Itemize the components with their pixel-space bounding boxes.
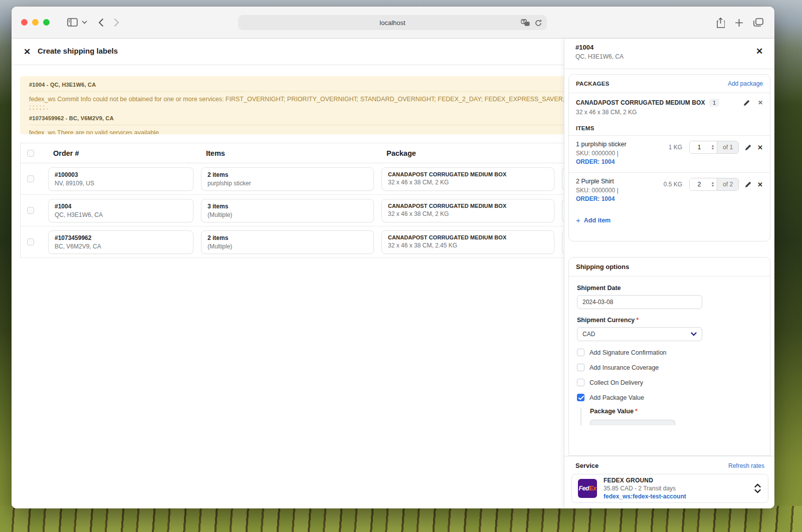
items-count: 3 items bbox=[208, 203, 367, 210]
order-destination: QC, H3E1W6, CA bbox=[55, 211, 187, 218]
sidebar-toggle-icon[interactable] bbox=[67, 18, 78, 27]
back-button[interactable] bbox=[98, 18, 104, 27]
add-item-link[interactable]: + Add item bbox=[569, 210, 618, 224]
service-panel: Service Refresh rates FedEx FEDEX GROUND… bbox=[564, 456, 774, 508]
items-count: 2 items bbox=[208, 171, 367, 178]
close-window-button[interactable] bbox=[21, 19, 28, 26]
reload-icon[interactable] bbox=[535, 19, 542, 27]
items-detail: (Multiple) bbox=[208, 243, 367, 250]
package-cell[interactable]: CANADAPOST CORRUGATED MEDIUM BOX 32 x 46… bbox=[381, 167, 554, 191]
table-row: #1073459962 BC, V6M2V9, CA 2 items (Mult… bbox=[21, 226, 576, 258]
close-icon[interactable]: ✕ bbox=[753, 45, 765, 57]
item-sku-separator: | bbox=[617, 187, 618, 194]
remove-item-icon[interactable]: ✕ bbox=[757, 144, 763, 151]
table-row: #1004 QC, H3E1W6, CA 3 items (Multiple) … bbox=[21, 195, 576, 226]
item-order-link[interactable]: ORDER: 1004 bbox=[576, 158, 615, 165]
column-header-items: Items bbox=[201, 149, 374, 157]
currency-select[interactable]: CAD bbox=[577, 327, 702, 341]
edit-package-icon[interactable] bbox=[743, 100, 750, 106]
divider bbox=[29, 91, 567, 92]
package-cell[interactable]: CANADAPOST CORRUGATED MEDIUM BOX 32 x 46… bbox=[381, 199, 554, 222]
tab-overview-icon[interactable] bbox=[753, 18, 763, 27]
signature-confirmation-row[interactable]: Add Signature Confirmation bbox=[577, 349, 762, 356]
quantity-stepper[interactable]: ▲▼ bbox=[709, 178, 717, 190]
add-package-value-checkbox[interactable] bbox=[577, 394, 584, 401]
package-value-section: Package Value* bbox=[580, 408, 762, 425]
collect-on-delivery-row[interactable]: Collect On Delivery bbox=[577, 379, 762, 386]
shipment-date-input[interactable] bbox=[577, 295, 702, 309]
package-row: CANADAPOST CORRUGATED MEDIUM BOX 1 ✕ 32 … bbox=[569, 93, 770, 120]
chevron-down-icon[interactable] bbox=[82, 21, 87, 24]
insurance-coverage-row[interactable]: Add Insurance Coverage bbox=[577, 364, 762, 371]
items-cell[interactable]: 3 items (Multiple) bbox=[201, 199, 374, 222]
close-icon[interactable]: ✕ bbox=[21, 46, 33, 58]
column-header-package: Package bbox=[381, 149, 554, 157]
checkbox-label: Add Insurance Coverage bbox=[589, 364, 659, 371]
new-tab-icon[interactable] bbox=[735, 19, 743, 27]
collect-on-delivery-checkbox[interactable] bbox=[577, 379, 584, 386]
share-icon[interactable] bbox=[716, 18, 725, 28]
required-asterisk: * bbox=[636, 317, 639, 324]
remove-item-icon[interactable]: ✕ bbox=[757, 181, 763, 188]
packages-panel: PACKAGES Add package CANADAPOST CORRUGAT… bbox=[568, 74, 770, 241]
add-package-link[interactable]: Add package bbox=[728, 80, 763, 87]
shipment-currency-label: Shipment Currency bbox=[577, 317, 635, 324]
items-count: 2 items bbox=[208, 234, 367, 241]
items-cell[interactable]: 2 items purplship sticker bbox=[201, 167, 374, 191]
package-name: CANADAPOST CORRUGATED MEDIUM BOX bbox=[388, 234, 548, 240]
chevron-down-icon bbox=[754, 489, 761, 493]
remove-package-icon[interactable]: ✕ bbox=[758, 99, 763, 106]
select-all-checkbox[interactable] bbox=[27, 150, 34, 157]
rate-selector-arrows[interactable] bbox=[754, 484, 761, 493]
chevron-up-icon bbox=[754, 484, 761, 488]
service-rate-card[interactable]: FedEx FEDEX GROUND 35.85 CAD - 2 Transit… bbox=[571, 474, 768, 503]
package-value-input[interactable] bbox=[590, 420, 675, 425]
package-detail: 32 x 46 x 38 CM, 2 KG bbox=[388, 210, 548, 217]
warning-order-header: #1073459962 - BC, V6M2V9, CA bbox=[29, 115, 567, 121]
order-number: #100003 bbox=[55, 171, 187, 178]
order-cell[interactable]: #1004 QC, H3E1W6, CA bbox=[48, 199, 193, 222]
signature-confirmation-checkbox[interactable] bbox=[577, 349, 584, 356]
item-sku: SKU: 0000000 bbox=[576, 187, 615, 194]
order-cell[interactable]: #1073459962 BC, V6M2V9, CA bbox=[48, 230, 193, 254]
service-account-link[interactable]: fedex_ws:fedex-test-account bbox=[604, 493, 686, 500]
packages-title: PACKAGES bbox=[576, 81, 610, 87]
edit-item-icon[interactable] bbox=[745, 181, 751, 188]
item-quantity-of: of 1 bbox=[717, 141, 738, 153]
item-quantity-input[interactable] bbox=[690, 141, 709, 153]
warning-message: fedex_ws Commit Info could not be obtain… bbox=[29, 95, 567, 111]
zoom-window-button[interactable] bbox=[43, 19, 50, 26]
package-name: CANADAPOST CORRUGATED MEDIUM BOX bbox=[576, 99, 705, 106]
translate-icon[interactable] bbox=[521, 19, 530, 27]
item-order-link[interactable]: ORDER: 1004 bbox=[576, 195, 615, 202]
items-title: ITEMS bbox=[569, 120, 770, 136]
order-number: #1004 bbox=[55, 203, 187, 210]
package-detail: 32 x 46 x 38 CM, 2 KG bbox=[388, 179, 548, 186]
address-bar[interactable]: localhost bbox=[238, 15, 547, 30]
refresh-rates-link[interactable]: Refresh rates bbox=[728, 462, 764, 469]
page-content: ✕ Create shipping labels #1004 - QC, H3E… bbox=[12, 39, 774, 508]
shipping-options-panel: Shipping options Shipment Date Shipment … bbox=[568, 257, 770, 456]
row-checkbox[interactable] bbox=[27, 175, 34, 182]
forward-button[interactable] bbox=[114, 18, 119, 27]
package-cell[interactable]: CANADAPOST CORRUGATED MEDIUM BOX 32 x 46… bbox=[381, 230, 554, 254]
column-header-order: Order # bbox=[48, 149, 193, 157]
order-cell[interactable]: #100003 NV, 89109, US bbox=[48, 167, 193, 191]
edit-item-icon[interactable] bbox=[745, 144, 751, 151]
package-value-row[interactable]: Add Package Value bbox=[577, 394, 762, 401]
row-checkbox[interactable] bbox=[27, 207, 34, 214]
warning-order-header: #1004 - QC, H3E1W6, CA bbox=[29, 82, 567, 88]
items-cell[interactable]: 2 items (Multiple) bbox=[201, 230, 374, 254]
item-sku: SKU: 0000000 bbox=[576, 150, 615, 157]
insurance-coverage-checkbox[interactable] bbox=[577, 364, 584, 371]
service-title: Service bbox=[575, 462, 598, 469]
order-detail-sidebar: #1004 QC, H3E1W6, CA ✕ PACKAGES Add pack… bbox=[564, 39, 774, 508]
minimize-window-button[interactable] bbox=[32, 19, 39, 26]
table-row: #100003 NV, 89109, US 2 items purplship … bbox=[21, 163, 576, 195]
service-name: FEDEX GROUND bbox=[604, 477, 686, 484]
package-dimensions: 32 x 46 x 38 CM, 2 KG bbox=[576, 109, 763, 116]
item-quantity-input[interactable] bbox=[690, 178, 709, 190]
quantity-stepper[interactable]: ▲▼ bbox=[709, 141, 717, 153]
checkbox-label: Add Signature Confirmation bbox=[589, 349, 667, 356]
row-checkbox[interactable] bbox=[27, 238, 34, 245]
